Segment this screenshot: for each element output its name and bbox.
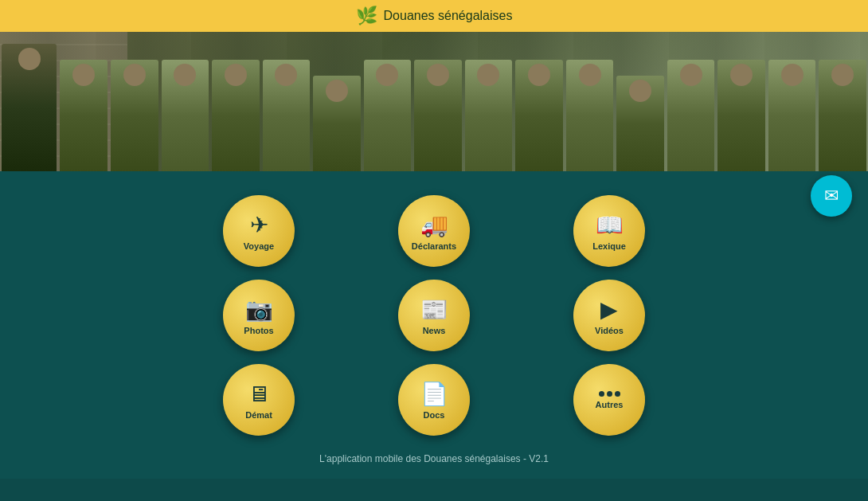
menu-circle-demat[interactable]: 🖥 Démat xyxy=(223,364,295,436)
logo-area: 🌿 Douanes sénégalaises xyxy=(356,6,513,26)
menu-item-voyage[interactable]: ✈ Voyage xyxy=(171,195,346,267)
logo-icon: 🌿 xyxy=(356,6,377,26)
autres-label: Autres xyxy=(596,400,624,409)
menu-circle-autres[interactable]: Autres xyxy=(573,364,645,436)
mail-icon: ✉ xyxy=(824,186,839,206)
menu-item-news[interactable]: 📰 News xyxy=(346,280,522,351)
menu-item-autres[interactable]: Autres xyxy=(522,364,697,436)
hero-banner xyxy=(0,32,868,171)
docs-icon: 📄 xyxy=(420,381,448,407)
docs-label: Docs xyxy=(424,410,445,420)
demat-label: Démat xyxy=(245,410,272,420)
menu-circle-voyage[interactable]: ✈ Voyage xyxy=(223,195,295,267)
menu-circle-declarants[interactable]: 🚚 Déclarants xyxy=(398,195,470,267)
photos-icon: 📷 xyxy=(245,296,273,323)
videos-icon: ▶ xyxy=(600,296,618,323)
main-content: ✈ Voyage 🚚 Déclarants 📖 Lexique 📷 Photos xyxy=(0,171,868,479)
footer: L'application mobile des Douanes sénégal… xyxy=(0,447,868,471)
news-icon: 📰 xyxy=(420,296,448,323)
autres-icon xyxy=(599,391,620,397)
declarants-icon: 🚚 xyxy=(420,212,448,238)
voyage-label: Voyage xyxy=(244,241,274,251)
menu-item-docs[interactable]: 📄 Docs xyxy=(346,364,522,436)
menu-item-photos[interactable]: 📷 Photos xyxy=(171,280,346,351)
logo-text: Douanes sénégalaises xyxy=(384,9,513,23)
menu-item-demat[interactable]: 🖥 Démat xyxy=(171,364,346,436)
menu-circle-photos[interactable]: 📷 Photos xyxy=(223,280,295,351)
menu-item-declarants[interactable]: 🚚 Déclarants xyxy=(346,195,522,267)
news-label: News xyxy=(423,326,446,335)
menu-circle-lexique[interactable]: 📖 Lexique xyxy=(573,195,645,267)
lexique-icon: 📖 xyxy=(596,212,624,238)
declarants-label: Déclarants xyxy=(412,241,456,251)
videos-label: Vidéos xyxy=(595,326,624,335)
officers-row xyxy=(0,32,868,171)
header: 🌿 Douanes sénégalaises xyxy=(0,0,868,32)
menu-item-lexique[interactable]: 📖 Lexique xyxy=(522,195,697,267)
menu-item-videos[interactable]: ▶ Vidéos xyxy=(522,280,697,351)
demat-icon: 🖥 xyxy=(248,381,270,407)
voyage-icon: ✈ xyxy=(250,212,268,238)
lexique-label: Lexique xyxy=(592,241,626,251)
footer-text: L'application mobile des Douanes sénégal… xyxy=(319,453,549,464)
menu-grid: ✈ Voyage 🚚 Déclarants 📖 Lexique 📷 Photos xyxy=(155,187,713,444)
menu-circle-news[interactable]: 📰 News xyxy=(398,280,470,351)
menu-circle-videos[interactable]: ▶ Vidéos xyxy=(573,280,645,351)
mail-fab-button[interactable]: ✉ xyxy=(811,175,852,217)
photos-label: Photos xyxy=(244,326,273,335)
menu-circle-docs[interactable]: 📄 Docs xyxy=(398,364,470,436)
